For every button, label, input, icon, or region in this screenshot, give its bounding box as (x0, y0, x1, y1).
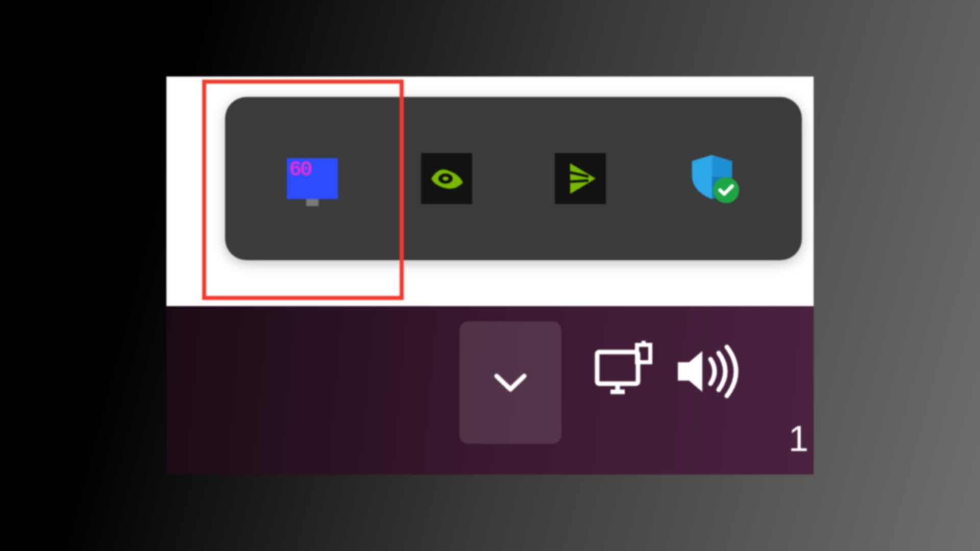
tray-overflow-button[interactable] (459, 321, 561, 444)
ethernet-monitor-icon (590, 337, 656, 403)
windows-security-icon[interactable] (687, 151, 742, 206)
taskbar: 1 (166, 306, 814, 474)
nvidia-icon[interactable] (419, 151, 474, 206)
shield-glyph (687, 151, 742, 207)
screenshot-region: 60 (166, 77, 814, 474)
clock-fragment[interactable]: 1 (789, 418, 808, 459)
volume-icon[interactable] (672, 341, 743, 404)
monitor-glyph: 60 (287, 158, 338, 199)
svg-point-2 (443, 177, 449, 181)
svg-rect-8 (597, 352, 638, 384)
network-icon[interactable] (590, 337, 656, 405)
play-glyph (555, 153, 606, 204)
play-media-icon[interactable] (553, 151, 608, 206)
nvidia-glyph (421, 153, 472, 204)
speaker-icon (672, 341, 743, 402)
fps-value: 60 (287, 158, 312, 182)
fps-monitor-icon[interactable]: 60 (285, 151, 340, 206)
chevron-down-icon (487, 360, 533, 406)
svg-rect-11 (637, 345, 650, 362)
system-tray-overflow-panel: 60 (225, 97, 802, 260)
svg-line-6 (570, 181, 589, 182)
